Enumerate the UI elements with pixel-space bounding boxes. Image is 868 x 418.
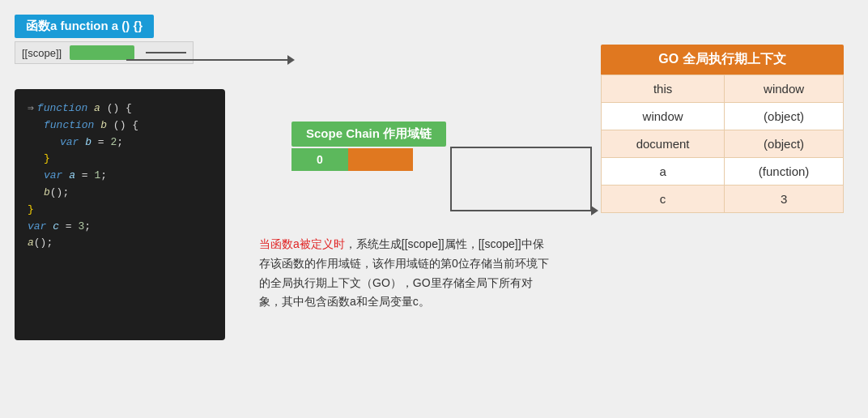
code-line-6: b(); [28, 185, 212, 202]
sc-cell-orange [348, 148, 413, 171]
code-line-3: var b = 2; [28, 134, 212, 151]
table-row: c3 [602, 186, 844, 213]
scope-chain-row: 0 [291, 148, 446, 171]
table-cell-key: window [602, 103, 725, 130]
scope-line [146, 52, 186, 53]
table-cell-key: document [602, 130, 725, 158]
func-a-box: 函数a function a () {} [[scope]] [15, 15, 194, 64]
main-container: 函数a function a () {} [[scope]] ⇒function… [0, 0, 868, 418]
code-line-1: ⇒function a () { [28, 100, 212, 117]
go-table-title: GO 全局执行期上下文 [601, 45, 844, 75]
description-box: 当函数a被定义时，系统生成[[scope]]属性，[[scope]]中保存该函数… [259, 235, 551, 312]
scope-chain-box: Scope Chain 作用域链 0 [291, 122, 446, 171]
connector-h-bottom [450, 210, 592, 211]
code-line-7: } [28, 202, 212, 219]
code-line-2: function b () { [28, 117, 212, 134]
table-row: window(object) [602, 103, 844, 130]
table-cell-value: (object) [725, 103, 844, 130]
connector-h-top [450, 147, 592, 148]
table-cell-value: (object) [725, 130, 844, 158]
code-line-5: var a = 1; [28, 168, 212, 185]
table-row: a(function) [602, 158, 844, 186]
go-table-container: GO 全局执行期上下文 thiswindowwindow(object)docu… [601, 45, 844, 213]
arrow-right-head [591, 206, 598, 215]
arrow-scope-to-chain [126, 59, 288, 61]
connector-v [450, 147, 452, 211]
func-a-title: 函数a function a () {} [15, 15, 154, 38]
table-cell-value: 3 [725, 186, 844, 213]
scope-label: [[scope]] [22, 47, 62, 59]
table-row: thiswindow [602, 75, 844, 103]
table-cell-key: a [602, 158, 725, 186]
table-cell-value: window [725, 75, 844, 103]
scope-green-bar [70, 45, 134, 60]
go-table: thiswindowwindow(object)document(object)… [601, 75, 844, 213]
code-arrow: ⇒ [28, 102, 34, 114]
sc-cell-zero: 0 [291, 148, 348, 171]
code-line-8: var c = 3; [28, 219, 212, 236]
code-block: ⇒function a () { function b () { var b =… [15, 89, 225, 340]
table-cell-key: c [602, 186, 725, 213]
code-line-4: } [28, 151, 212, 168]
table-row: document(object) [602, 130, 844, 158]
scope-chain-title: Scope Chain 作用域链 [291, 122, 446, 147]
desc-red: 当函数a被定义时 [259, 237, 345, 250]
table-cell-key: this [602, 75, 725, 103]
connector-v2 [590, 147, 592, 211]
code-line-9: a(); [28, 235, 212, 252]
table-cell-value: (function) [725, 158, 844, 186]
